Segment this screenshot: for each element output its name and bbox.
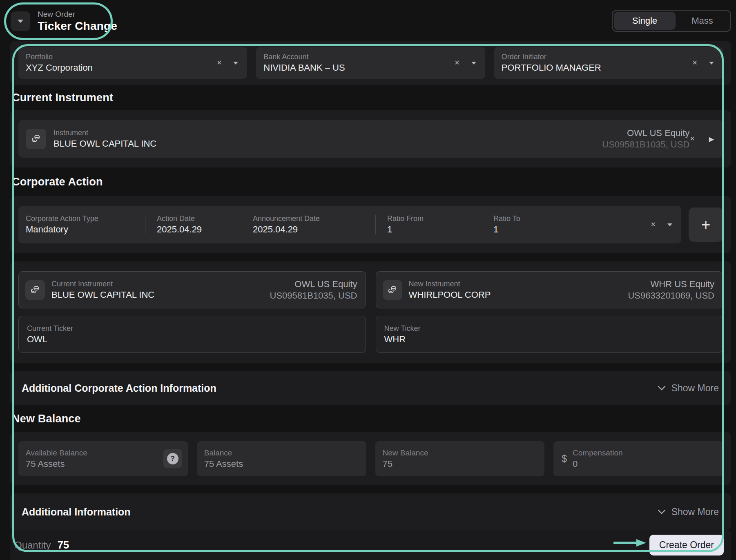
balance-text: Balance 75 Assets [197,448,366,469]
new-balance-heading-band: New Balance [10,405,731,432]
additional-info-heading: Additional Information [22,506,131,518]
current-ticker-label: Current Ticker [27,324,366,333]
compensation-label: Compensation [573,448,723,457]
spacer [10,253,731,261]
portfolio-chevron-down-icon[interactable] [233,62,238,65]
show-more-label: Show More [671,506,719,518]
toggle-option-mass[interactable]: Mass [676,12,729,30]
new-instrument-value: WHIRLPOOL CORP [409,290,628,300]
chevron-down-icon [658,509,666,515]
coins-icon [25,280,45,300]
corporate-action-field[interactable]: Corporate Action Type Mandatory Action D… [18,206,681,243]
quantity-readout: Quantity 75 [14,539,69,551]
new-instrument-isin: US9633201069, USD [628,290,714,301]
ca-action-date-label: Action Date [157,214,253,223]
current-instrument-ticker: OWL US Equity [294,279,357,290]
ca-type-label: Corporate Action Type [26,214,145,223]
coins-icon [383,280,402,300]
additional-ca-info-show-more[interactable]: Show More [658,383,719,394]
new-ticker-label: New Ticker [384,324,723,333]
instrument-clear-icon[interactable]: ✕ [689,136,695,142]
toggle-option-single[interactable]: Single [614,12,676,30]
current-instrument-card[interactable]: Current Instrument BLUE OWL CAPITAL INC … [18,271,366,308]
show-more-label: Show More [671,383,719,394]
top-fields-panel: Portfolio XYZ Corporation ✕ Bank Account… [10,41,731,85]
portfolio-field[interactable]: Portfolio XYZ Corporation ✕ [18,47,247,79]
available-balance-label: Available Balance [26,448,163,457]
balance-value: 75 Assets [204,459,366,469]
additional-ca-info-heading: Additional Corporate Action Information [22,382,216,394]
order-initiator-field[interactable]: Order Initiator PORTFOLIO MANAGER ✕ [494,47,723,79]
bank-account-clear-icon[interactable]: ✕ [454,60,459,66]
ca-chevron-down-icon[interactable] [667,223,672,226]
instrument-comparison-panel: Current Instrument BLUE OWL CAPITAL INC … [10,261,731,363]
instrument-expand-icon[interactable]: ▶ [709,135,714,143]
ca-ratio-to-label: Ratio To [493,214,651,223]
current-instrument-value: BLUE OWL CAPITAL INC [51,290,270,300]
bank-account-text: Bank Account NIVIDIA BANK – US [256,53,454,73]
order-type-text: New Order Ticker Change [38,10,117,33]
instrument-field[interactable]: Instrument BLUE OWL CAPITAL INC OWL US E… [18,120,723,158]
chevron-down-icon [18,20,23,23]
ca-announcement-date-value: 2025.04.29 [253,224,375,235]
bank-account-chevron-down-icon[interactable] [471,62,476,65]
current-instrument-text: Current Instrument BLUE OWL CAPITAL INC [51,280,270,300]
current-instrument-identifiers: OWL US Equity US09581B1035, USD [270,279,357,301]
instrument-value: BLUE OWL CAPITAL INC [54,138,602,149]
portfolio-clear-icon[interactable]: ✕ [216,60,222,66]
order-initiator-value: PORTFOLIO MANAGER [502,62,692,73]
new-ticker-field[interactable]: New Ticker WHR [376,316,723,353]
quantity-label: Quantity [14,540,51,551]
ca-ratio-from-label: Ratio From [387,214,493,223]
compensation-field: $ Compensation 0 [553,441,723,476]
available-balance-help-button[interactable]: ? [163,449,182,468]
order-type-picker[interactable]: New Order Ticker Change [11,10,117,33]
new-balance-panel: Available Balance 75 Assets ? Balance 75… [10,432,731,485]
ca-type-col: Corporate Action Type Mandatory [18,214,145,235]
ca-action-date-col: Action Date 2025.04.29 [157,214,253,235]
new-balance-field: New Balance 75 [375,441,545,476]
new-instrument-card[interactable]: New Instrument WHIRLPOOL CORP WHR US Equ… [376,271,723,308]
instrument-identifiers: OWL US Equity US09581B1035, USD [602,128,689,150]
new-ticker-text: New Ticker WHR [376,324,723,345]
create-order-button[interactable]: Create Order [649,535,724,556]
spacer [10,485,731,493]
divider [145,215,145,234]
single-mass-toggle[interactable]: Single Mass [612,10,731,32]
order-initiator-chevron-down-icon[interactable] [709,62,714,65]
new-balance-value: 75 [383,459,545,469]
available-balance-value: 75 Assets [26,459,163,469]
add-corporate-action-button[interactable]: + [689,207,723,242]
footer-bar: Quantity 75 Create Order [10,530,731,560]
compensation-value: 0 [573,459,723,469]
ca-ratio-from-value: 1 [387,224,493,235]
portfolio-value: XYZ Corporation [26,62,216,73]
coins-icon [26,129,46,149]
additional-info-show-more[interactable]: Show More [658,506,719,518]
order-initiator-clear-icon[interactable]: ✕ [692,60,698,66]
corporate-action-panel: Corporate Action Type Mandatory Action D… [10,196,731,253]
chevron-down-icon [658,386,666,391]
current-ticker-field[interactable]: Current Ticker OWL [18,316,366,353]
additional-info-section: Additional Information Show More [10,493,731,530]
current-instrument-label: Current Instrument [51,280,270,288]
current-instrument-heading-band: Current Instrument [10,85,731,110]
instrument-text: Instrument BLUE OWL CAPITAL INC [54,129,602,149]
order-type-value: Ticker Change [38,20,117,33]
instrument-label: Instrument [54,129,602,137]
portfolio-text: Portfolio XYZ Corporation [18,53,216,73]
corporate-action-heading: Corporate Action [12,176,103,188]
new-instrument-text: New Instrument WHIRLPOOL CORP [409,280,628,300]
bank-account-label: Bank Account [263,53,454,61]
ca-action-date-value: 2025.04.29 [157,224,253,235]
order-initiator-label: Order Initiator [502,53,692,61]
ca-clear-icon[interactable]: ✕ [651,221,656,228]
instrument-isin: US09581B1035, USD [602,139,689,150]
bank-account-field[interactable]: Bank Account NIVIDIA BANK – US ✕ [256,47,485,79]
quantity-value: 75 [57,539,69,551]
order-type-dropdown-button[interactable] [11,11,30,31]
ca-ratio-to-value: 1 [493,224,651,235]
header: New Order Ticker Change Single Mass [0,0,736,41]
ca-announcement-date-label: Announcement Date [253,214,375,223]
new-instrument-label: New Instrument [409,280,628,288]
